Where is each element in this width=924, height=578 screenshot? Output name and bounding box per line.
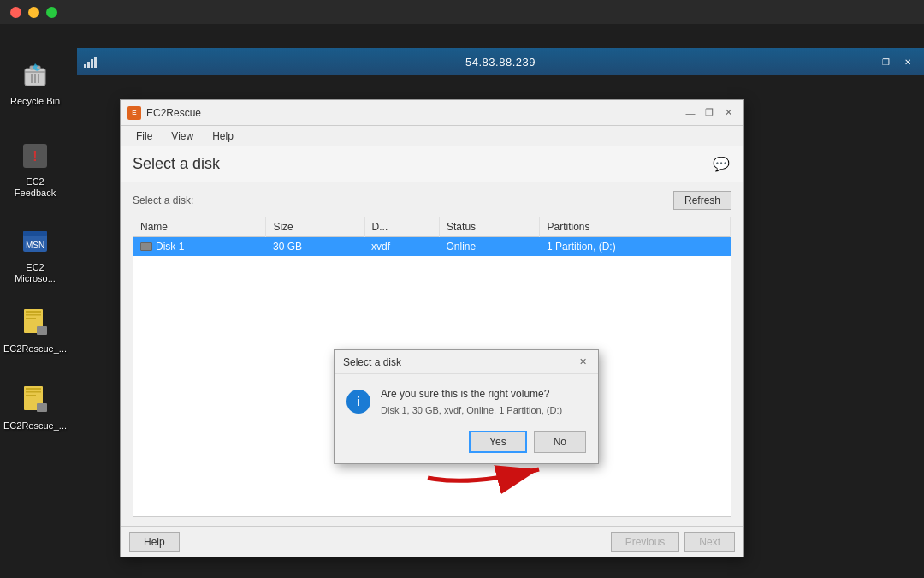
svg-rect-20 — [37, 403, 47, 412]
dialog-close-button[interactable]: ✕ — [576, 355, 589, 369]
disk-table: Name Size D... Status Partitions — [133, 217, 731, 256]
cell-size: 30 GB — [266, 237, 364, 257]
desktop: 54.83.88.239 — ❐ ✕ Recycle Bin — [0, 24, 924, 578]
mac-minimize-button[interactable] — [28, 7, 39, 18]
ec2rescue-2-icon — [18, 383, 52, 417]
svg-rect-13 — [26, 314, 41, 316]
col-driver: D... — [364, 217, 439, 237]
app-window: E EC2Rescue — ❐ ✕ File View Help Select … — [120, 99, 744, 557]
svg-rect-17 — [26, 388, 41, 390]
dialog-text-block: Are you sure this is the right volume? D… — [381, 388, 586, 415]
signal-icon — [84, 56, 97, 68]
previous-button[interactable]: Previous — [611, 532, 680, 552]
cell-status: Online — [440, 237, 540, 257]
dialog-title-bar: Select a disk ✕ — [335, 350, 598, 374]
desktop-icon-ec2-microsoft[interactable]: MSN EC2 Microso... — [5, 221, 65, 288]
ec2-feedback-icon: ! — [18, 139, 52, 173]
recycle-bin-icon — [18, 58, 52, 92]
confirm-dialog: Select a disk ✕ i Are you sure this is t… — [334, 349, 599, 464]
page-title: Select a disk — [133, 155, 220, 173]
taskbar-restore-btn[interactable]: ❐ — [876, 55, 895, 69]
ec2rescue-2-label: EC2Rescue_... — [3, 420, 67, 432]
page-header: Select a disk 💬 — [121, 146, 743, 182]
desktop-icon-ec2-feedback[interactable]: ! EC2 Feedback — [5, 135, 65, 202]
mac-title-bar — [0, 0, 924, 24]
svg-rect-14 — [26, 318, 36, 319]
ec2rescue-1-label: EC2Rescue_... — [3, 343, 67, 355]
mac-fullscreen-button[interactable] — [46, 7, 57, 18]
refresh-button[interactable]: Refresh — [673, 191, 732, 210]
col-name: Name — [133, 217, 266, 237]
svg-rect-18 — [26, 391, 41, 393]
table-row[interactable]: Disk 1 30 GB xvdf Online 1 Partition, (D… — [133, 237, 731, 257]
svg-text:MSN: MSN — [26, 241, 44, 250]
col-size: Size — [266, 217, 364, 237]
yes-button[interactable]: Yes — [469, 431, 527, 453]
ec2-feedback-label: EC2 Feedback — [9, 176, 62, 199]
toolbar-label: Select a disk: — [133, 194, 193, 206]
menu-view[interactable]: View — [163, 128, 202, 144]
ec2-microsoft-label: EC2 Microso... — [9, 262, 62, 284]
taskbar-minimize-btn[interactable]: — — [854, 55, 873, 69]
svg-rect-19 — [26, 395, 36, 396]
cell-driver: xvdf — [364, 237, 439, 257]
window-title: EC2Rescue — [146, 107, 201, 119]
toolbar-row: Select a disk: Refresh — [133, 191, 732, 210]
window-close-btn[interactable]: ✕ — [720, 105, 737, 121]
svg-rect-12 — [26, 311, 41, 313]
desktop-icon-ec2rescue-2[interactable]: EC2Rescue_... — [5, 379, 65, 435]
menu-help[interactable]: Help — [204, 128, 242, 144]
dialog-buttons: Yes No — [335, 426, 598, 463]
window-title-left: E EC2Rescue — [127, 106, 201, 120]
dialog-details: Disk 1, 30 GB, xvdf, Online, 1 Partition… — [381, 405, 586, 415]
chat-icon[interactable]: 💬 — [711, 154, 732, 175]
navigation-buttons: Previous Next — [611, 532, 735, 552]
signal-bar-3 — [91, 59, 93, 68]
table-header-row: Name Size D... Status Partitions — [133, 217, 731, 237]
window-restore-btn[interactable]: ❐ — [701, 105, 718, 121]
col-status: Status — [440, 217, 540, 237]
desktop-icon-ec2rescue-1[interactable]: EC2Rescue_... — [5, 302, 65, 358]
svg-rect-9 — [23, 231, 47, 236]
mac-close-button[interactable] — [10, 7, 21, 18]
dialog-content: i Are you sure this is the right volume?… — [335, 374, 598, 426]
dialog-title: Select a disk — [343, 356, 401, 368]
info-icon: i — [346, 390, 370, 414]
disk-icon — [140, 242, 152, 251]
disk-name: Disk 1 — [156, 241, 184, 253]
cell-partitions: 1 Partition, (D:) — [540, 237, 731, 257]
recycle-bin-label: Recycle Bin — [10, 96, 60, 107]
col-partitions: Partitions — [540, 217, 731, 237]
ec2rescue-1-icon — [18, 306, 52, 340]
ec2-microsoft-icon: MSN — [18, 224, 52, 259]
window-minimize-btn[interactable]: — — [682, 105, 699, 121]
taskbar-ip: 54.83.88.239 — [465, 56, 536, 69]
signal-bar-2 — [87, 62, 90, 68]
taskbar-controls: — ❐ ✕ — [854, 55, 917, 69]
app-logo: E — [127, 106, 141, 120]
desktop-icon-recycle-bin[interactable]: Recycle Bin — [5, 55, 65, 110]
menu-bar: File View Help — [121, 126, 743, 146]
menu-file[interactable]: File — [127, 128, 161, 144]
no-button[interactable]: No — [534, 431, 586, 453]
signal-bar-4 — [94, 57, 97, 68]
bottom-bar: Help Previous Next — [121, 526, 743, 557]
svg-text:!: ! — [33, 149, 37, 164]
taskbar-close-btn[interactable]: ✕ — [898, 55, 917, 69]
help-button[interactable]: Help — [129, 532, 180, 552]
svg-rect-15 — [37, 326, 47, 335]
windows-taskbar: 54.83.88.239 — ❐ ✕ — [77, 48, 924, 75]
dialog-question: Are you sure this is the right volume? — [381, 388, 586, 400]
window-title-bar: E EC2Rescue — ❐ ✕ — [121, 100, 743, 126]
cell-name: Disk 1 — [133, 237, 266, 257]
next-button[interactable]: Next — [684, 532, 735, 552]
signal-bar-1 — [84, 64, 86, 68]
taskbar-left — [84, 56, 97, 68]
window-controls: — ❐ ✕ — [682, 105, 737, 121]
